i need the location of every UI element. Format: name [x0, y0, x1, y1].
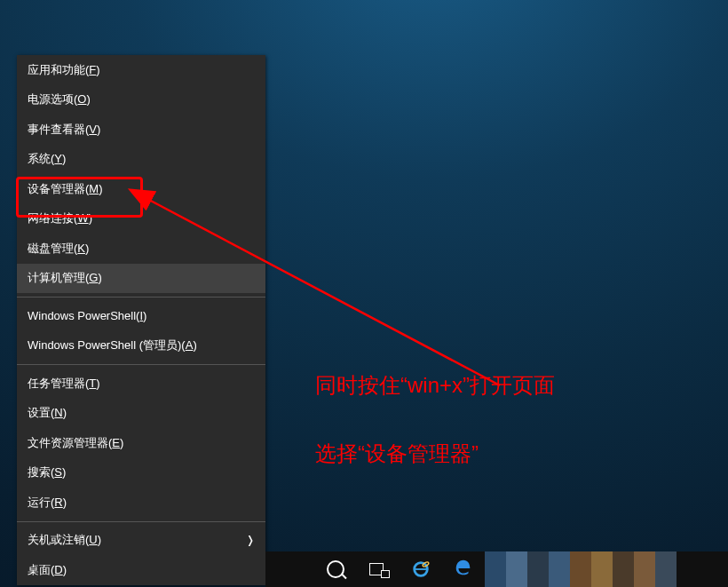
menu-item-搜索[interactable]: 搜索(S) [17, 458, 265, 488]
chevron-right-icon: ❭ [246, 534, 255, 546]
menu-item-任务管理器[interactable]: 任务管理器(T) [17, 369, 265, 399]
taskbar-tile[interactable] [655, 551, 677, 587]
menu-item-label: 网络连接(W) [28, 210, 92, 226]
menu-item-桌面[interactable]: 桌面(D) [17, 555, 265, 585]
menu-item-label: 系统(Y) [28, 151, 66, 167]
menu-item-Windows PowerShell (管理员)[interactable]: Windows PowerShell (管理员)(A) [17, 331, 265, 361]
menu-item-label: Windows PowerShell(I) [28, 309, 146, 322]
taskbar-tile[interactable] [634, 551, 655, 587]
menu-item-label: 设置(N) [28, 405, 67, 421]
taskbar-tile[interactable] [506, 551, 527, 587]
annotation-line-2: 选择“设备管理器” [315, 440, 479, 468]
menu-item-label: Windows PowerShell (管理员)(A) [28, 337, 197, 353]
menu-item-事件查看器[interactable]: 事件查看器(V) [17, 115, 265, 145]
menu-item-系统[interactable]: 系统(Y) [17, 145, 265, 175]
internet-explorer-button[interactable] [400, 551, 442, 587]
edge-button[interactable] [442, 551, 485, 587]
menu-item-label: 事件查看器(V) [28, 122, 100, 138]
task-view-icon [369, 563, 387, 575]
search-icon [327, 560, 344, 578]
menu-item-磁盘管理[interactable]: 磁盘管理(K) [17, 234, 265, 264]
menu-item-label: 设备管理器(M) [28, 181, 103, 197]
edge-icon [454, 558, 473, 581]
menu-separator [17, 297, 265, 297]
taskbar-app-tiles [485, 551, 677, 587]
menu-item-设备管理器[interactable]: 设备管理器(M) [17, 174, 265, 204]
menu-item-运行[interactable]: 运行(R) [17, 488, 265, 518]
menu-item-电源选项[interactable]: 电源选项(O) [17, 85, 265, 115]
ie-icon [411, 559, 431, 579]
search-button[interactable] [314, 551, 357, 587]
desktop-background: 应用和功能(F)电源选项(O)事件查看器(V)系统(Y)设备管理器(M)网络连接… [0, 0, 728, 587]
menu-item-label: 磁盘管理(K) [28, 241, 89, 257]
task-view-button[interactable] [357, 551, 400, 587]
menu-item-label: 文件资源管理器(E) [28, 435, 123, 451]
menu-item-关机或注销[interactable]: 关机或注销(U)❭ [17, 526, 265, 556]
taskbar-tile[interactable] [591, 551, 613, 587]
menu-item-label: 搜索(S) [28, 464, 66, 480]
menu-item-计算机管理[interactable]: 计算机管理(G) [17, 264, 265, 294]
menu-item-label: 任务管理器(T) [28, 376, 100, 392]
taskbar [265, 551, 728, 587]
menu-item-文件资源管理器[interactable]: 文件资源管理器(E) [17, 428, 265, 458]
menu-separator [17, 521, 265, 522]
taskbar-tile[interactable] [485, 551, 506, 587]
annotation-line-1: 同时按住“win+x”打开页面 [315, 371, 555, 400]
taskbar-tile[interactable] [613, 551, 634, 587]
taskbar-tile[interactable] [527, 551, 549, 587]
menu-separator [17, 364, 265, 365]
menu-item-Windows PowerShell[interactable]: Windows PowerShell(I) [17, 301, 265, 331]
menu-item-网络连接[interactable]: 网络连接(W) [17, 204, 265, 234]
menu-item-应用和功能[interactable]: 应用和功能(F) [17, 55, 265, 85]
menu-item-设置[interactable]: 设置(N) [17, 399, 265, 429]
menu-item-label: 应用和功能(F) [28, 62, 100, 78]
menu-item-label: 运行(R) [28, 495, 67, 511]
menu-item-label: 关机或注销(U) [28, 532, 101, 548]
menu-item-label: 电源选项(O) [28, 91, 91, 107]
menu-item-label: 桌面(D) [28, 562, 67, 578]
menu-item-label: 计算机管理(G) [28, 270, 102, 286]
taskbar-tile[interactable] [570, 551, 591, 587]
taskbar-tile[interactable] [549, 551, 570, 587]
winx-context-menu: 应用和功能(F)电源选项(O)事件查看器(V)系统(Y)设备管理器(M)网络连接… [17, 55, 265, 585]
